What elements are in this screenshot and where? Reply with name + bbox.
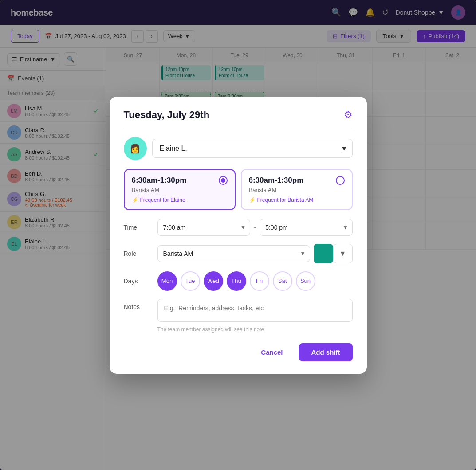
color-dropdown-button[interactable]: ▼ <box>333 244 353 263</box>
time-controls: 7:00 am 6:30 am 8:00 am ▼ - 5:00 pm 1:30… <box>157 219 353 236</box>
notes-section: The team member assigned will see this n… <box>157 299 353 333</box>
notes-hint: The team member assigned will see this n… <box>157 326 353 333</box>
role-color-swatch[interactable] <box>314 244 333 263</box>
lightning-icon: ⚡ <box>132 197 138 203</box>
color-selector: ▼ <box>314 244 353 263</box>
radio-inner-1 <box>221 178 225 183</box>
shift-badge-1: ⚡ Frequent for Elaine <box>132 197 228 203</box>
days-row: Days Mon Tue Wed Thu Fri Sat Sun <box>124 271 353 291</box>
notes-input[interactable] <box>157 299 353 322</box>
time-row: Time 7:00 am 6:30 am 8:00 am ▼ - 5:00 pm… <box>124 219 353 236</box>
add-shift-modal: Tuesday, July 29th ⚙ 👩 Elaine L. ▼ 6:30a… <box>110 97 367 374</box>
lightning-icon: ⚡ <box>249 197 256 203</box>
shift-option-2[interactable]: 6:30am-1:30pm Barista AM ⚡ Frequent for … <box>241 169 353 210</box>
modal-title: Tuesday, July 29th <box>124 109 210 121</box>
settings-icon[interactable]: ⚙ <box>344 109 353 121</box>
role-label: Role <box>124 250 150 257</box>
shift-options-container: 6:30am-1:30pm Barista AM ⚡ Frequent for … <box>124 169 353 210</box>
cancel-button[interactable]: Cancel <box>252 344 291 360</box>
employee-select[interactable]: Elaine L. <box>152 139 353 158</box>
employee-avatar: 👩 <box>124 137 147 160</box>
employee-selector: 👩 Elaine L. ▼ <box>124 137 353 160</box>
time-label: Time <box>124 224 150 231</box>
end-time-select[interactable]: 5:00 pm 1:30 pm 10:00 pm <box>260 219 352 236</box>
add-shift-button[interactable]: Add shift <box>299 343 353 361</box>
day-button-wed[interactable]: Wed <box>204 271 223 291</box>
notes-row: Notes The team member assigned will see … <box>124 299 353 333</box>
days-label: Days <box>124 278 150 285</box>
shift-time-2: 6:30am-1:30pm <box>249 176 345 185</box>
modal-header: Tuesday, July 29th ⚙ <box>124 109 353 128</box>
modal-overlay: Tuesday, July 29th ⚙ 👩 Elaine L. ▼ 6:30a… <box>0 0 476 470</box>
days-container: Mon Tue Wed Thu Fri Sat Sun <box>157 271 315 291</box>
day-button-tue[interactable]: Tue <box>181 271 200 291</box>
day-button-thu[interactable]: Thu <box>227 271 246 291</box>
day-button-mon[interactable]: Mon <box>157 271 177 291</box>
role-select[interactable]: Barista AM Front of House Back of House … <box>157 245 310 262</box>
start-time-select[interactable]: 7:00 am 6:30 am 8:00 am <box>157 219 250 236</box>
shift-option-1[interactable]: 6:30am-1:30pm Barista AM ⚡ Frequent for … <box>124 169 236 210</box>
role-select-wrapper: Barista AM Front of House Back of House … <box>157 245 310 262</box>
start-time-wrapper: 7:00 am 6:30 am 8:00 am ▼ <box>157 219 250 236</box>
modal-footer: Cancel Add shift <box>124 343 353 361</box>
role-controls: Barista AM Front of House Back of House … <box>157 244 353 263</box>
radio-button-2[interactable] <box>336 176 345 185</box>
time-separator: - <box>254 223 256 231</box>
role-row: Role Barista AM Front of House Back of H… <box>124 244 353 263</box>
shift-role-1: Barista AM <box>132 187 228 193</box>
notes-label: Notes <box>124 299 150 310</box>
day-button-sun[interactable]: Sun <box>296 271 315 291</box>
shift-role-2: Barista AM <box>249 187 345 193</box>
day-button-sat[interactable]: Sat <box>273 271 292 291</box>
employee-select-wrapper: Elaine L. ▼ <box>152 139 353 158</box>
day-button-fri[interactable]: Fri <box>250 271 269 291</box>
shift-time-1: 6:30am-1:30pm <box>132 176 228 185</box>
shift-badge-2: ⚡ Frequent for Barista AM <box>249 197 345 203</box>
end-time-wrapper: 5:00 pm 1:30 pm 10:00 pm ▼ <box>260 219 352 236</box>
radio-button-1[interactable] <box>219 176 228 185</box>
